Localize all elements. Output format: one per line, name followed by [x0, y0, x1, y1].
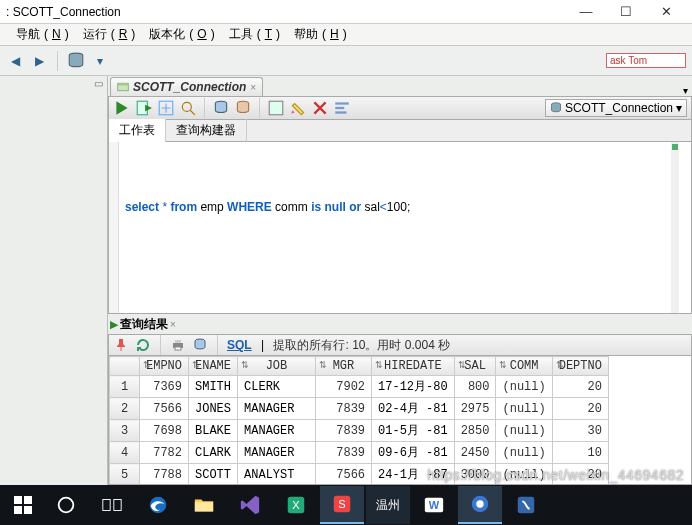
search-box[interactable]: ask Tom — [606, 53, 686, 68]
pane-collapse-icon[interactable]: ▭ — [94, 78, 103, 89]
svg-rect-2 — [118, 83, 129, 85]
svg-text:W: W — [429, 499, 440, 511]
cell-rownum: 2 — [110, 398, 140, 420]
editor-tabs: SCOTT_Connection × ▾ — [108, 76, 692, 96]
cell-rownum: 3 — [110, 420, 140, 442]
results-grid[interactable]: ⇅ EMPNO⇅ ENAME⇅ JOB⇅ MGR⇅ HIREDATE⇅ SAL⇅… — [108, 356, 692, 485]
export-icon[interactable] — [192, 337, 208, 353]
separator — [160, 335, 161, 355]
menu-tools[interactable]: 工具(T) — [221, 26, 284, 43]
unshared-worksheet-button[interactable] — [267, 99, 285, 117]
table-row[interactable]: 17369SMITHCLERK790217-12月-80800(null)20 — [110, 376, 609, 398]
cell-comm: (null) — [496, 442, 552, 464]
col-comm[interactable]: ⇅ COMM — [496, 357, 552, 376]
pane-menu-icon[interactable]: ▾ — [683, 85, 688, 96]
history-button[interactable] — [311, 99, 329, 117]
taskbar-label[interactable]: 温州 — [366, 486, 410, 524]
col-ename[interactable]: ⇅ ENAME — [189, 357, 238, 376]
results-header: ▶ 查询结果 × — [108, 314, 692, 334]
col-deptno[interactable]: ⇅ DEPTNO — [552, 357, 608, 376]
commit-button[interactable] — [212, 99, 230, 117]
cell-deptno: 30 — [552, 420, 608, 442]
cell-rownum: 1 — [110, 376, 140, 398]
window-titlebar: : SCOTT_Connection — ☐ ✕ — [0, 0, 692, 24]
db-icon[interactable] — [67, 52, 85, 70]
worksheet-icon — [117, 81, 129, 93]
vs-icon[interactable] — [228, 486, 272, 524]
tab-scott-connection[interactable]: SCOTT_Connection × — [110, 77, 263, 96]
cell-mgr: 7839 — [315, 420, 371, 442]
svg-rect-10 — [269, 101, 283, 115]
subtab-query-builder[interactable]: 查询构建器 — [166, 119, 247, 142]
forward-icon[interactable]: ▶ — [30, 52, 48, 70]
cell-empno: 7788 — [140, 464, 189, 486]
cell-empno: 7566 — [140, 398, 189, 420]
col-mgr[interactable]: ⇅ MGR — [315, 357, 371, 376]
edge-icon[interactable] — [136, 486, 180, 524]
cell-deptno: 20 — [552, 398, 608, 420]
col-empno[interactable]: ⇅ EMPNO — [140, 357, 189, 376]
autotrace-button[interactable] — [179, 99, 197, 117]
svg-rect-16 — [175, 340, 181, 343]
svg-rect-11 — [335, 102, 349, 104]
results-title: 查询结果 — [120, 316, 168, 333]
rollback-button[interactable] — [234, 99, 252, 117]
col-hiredate[interactable]: ⇅ HIREDATE — [372, 357, 455, 376]
menu-run[interactable]: 运行(R) — [75, 26, 140, 43]
format-button[interactable] — [333, 99, 351, 117]
close-button[interactable]: ✕ — [646, 4, 686, 19]
print-icon[interactable] — [170, 337, 186, 353]
explain-plan-button[interactable] — [157, 99, 175, 117]
cortana-button[interactable] — [44, 486, 88, 524]
table-row[interactable]: 37698BLAKEMANAGER783901-5月 -812850(null)… — [110, 420, 609, 442]
dropdown-icon[interactable]: ▾ — [91, 52, 109, 70]
app-icon-4[interactable] — [504, 486, 548, 524]
separator — [204, 98, 205, 118]
maximize-button[interactable]: ☐ — [606, 4, 646, 19]
app-icon-3[interactable] — [458, 486, 502, 524]
cell-ename: SMITH — [189, 376, 238, 398]
app-icon-2[interactable]: S — [320, 486, 364, 524]
menu-version[interactable]: 版本化(O) — [141, 26, 218, 43]
sql-toolbar: SCOTT_Connection ▾ — [108, 96, 692, 120]
table-row[interactable]: 27566JONESMANAGER783902-4月 -812975(null)… — [110, 398, 609, 420]
col-rownum[interactable] — [110, 357, 140, 376]
tab-label: SCOTT_Connection — [133, 80, 246, 94]
menu-nav[interactable]: 导航(N) — [8, 26, 73, 43]
window-title: : SCOTT_Connection — [6, 5, 566, 19]
cell-job: CLERK — [238, 376, 316, 398]
cell-hiredate: 17-12月-80 — [372, 376, 455, 398]
results-close-icon[interactable]: × — [170, 319, 176, 330]
connection-selector[interactable]: SCOTT_Connection ▾ — [545, 99, 687, 117]
cell-hiredate: 02-4月 -81 — [372, 398, 455, 420]
connections-pane: ▭ — [0, 76, 108, 485]
svg-marker-5 — [145, 105, 152, 112]
cell-mgr: 7839 — [315, 398, 371, 420]
back-icon[interactable]: ◀ — [6, 52, 24, 70]
run-statement-button[interactable] — [113, 99, 131, 117]
minimize-button[interactable]: — — [566, 4, 606, 19]
worksheet-subtabs: 工作表 查询构建器 — [108, 120, 692, 142]
wps-icon[interactable]: W — [412, 486, 456, 524]
task-view-button[interactable] — [90, 486, 134, 524]
clear-button[interactable] — [289, 99, 307, 117]
separator — [57, 51, 58, 71]
refresh-icon[interactable] — [135, 337, 151, 353]
watermark-text: https://blog.csdn.net/weixin_44694682 — [427, 467, 684, 483]
file-explorer-icon[interactable] — [182, 486, 226, 524]
col-sal[interactable]: ⇅ SAL — [454, 357, 496, 376]
pin-icon[interactable] — [113, 337, 129, 353]
start-button[interactable] — [4, 486, 42, 524]
cell-sal: 2850 — [454, 420, 496, 442]
app-icon-1[interactable]: X — [274, 486, 318, 524]
run-script-button[interactable] — [135, 99, 153, 117]
subtab-worksheet[interactable]: 工作表 — [109, 119, 166, 142]
cell-deptno: 10 — [552, 442, 608, 464]
sql-editor[interactable]: select * from emp WHERE comm is null or … — [108, 142, 692, 314]
table-row[interactable]: 47782CLARKMANAGER783909-6月 -812450(null)… — [110, 442, 609, 464]
tab-close-icon[interactable]: × — [250, 82, 256, 93]
sql-link[interactable]: SQL — [227, 338, 252, 352]
menu-help[interactable]: 帮助(H) — [286, 26, 351, 43]
svg-rect-13 — [335, 111, 346, 113]
col-job[interactable]: ⇅ JOB — [238, 357, 316, 376]
